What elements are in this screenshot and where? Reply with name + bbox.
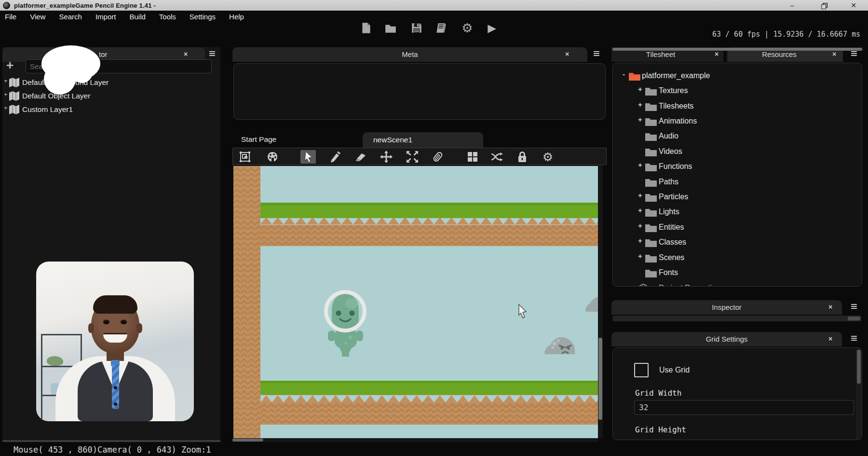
grid-settings-scroll-thumb[interactable] [857, 350, 861, 384]
tree-item-project-properties[interactable]: Project Properties [613, 282, 862, 287]
grid-settings-scrollbar[interactable] [856, 349, 862, 440]
menu-bar: File View Search Import Build Tools Sett… [0, 11, 868, 22]
tree-label: Videos [659, 147, 682, 156]
meta-panel-menu-icon[interactable]: ≡ [593, 48, 600, 59]
menu-settings[interactable]: Settings [190, 13, 216, 21]
rock-enemy[interactable] [544, 333, 577, 356]
tree-expander[interactable]: + [638, 191, 642, 199]
grid-settings-close-icon[interactable]: × [828, 335, 832, 343]
tree-item[interactable]: + Textures [613, 85, 862, 98]
layers-panel-menu-icon[interactable]: ≡ [209, 48, 216, 59]
scene-canvas[interactable] [232, 165, 598, 438]
tree-item[interactable]: + Animations [613, 115, 862, 129]
meta-panel-content [233, 63, 606, 120]
tree-expander[interactable]: + [638, 221, 642, 230]
alien-character[interactable] [323, 289, 368, 357]
tree-item[interactable]: + Scenes [613, 252, 862, 265]
scene-horizontal-scroll-thumb[interactable] [232, 439, 263, 442]
tree-expander[interactable]: + [638, 252, 642, 260]
canvas-layers-icon[interactable] [238, 150, 252, 164]
grid-settings-panel-tab[interactable]: Grid Settings × [611, 332, 842, 346]
tile-grid-icon[interactable] [466, 150, 479, 164]
application-window: platformer_exampleGame Pencil Engine 1.4… [0, 0, 868, 456]
close-button[interactable]: ✕ [844, 0, 863, 11]
tree-item[interactable]: Audio [613, 130, 862, 144]
menu-file[interactable]: File [5, 13, 16, 21]
layer-row[interactable]: + Default Background Layer [2, 76, 220, 90]
layer-expander[interactable]: + [4, 91, 8, 98]
inspector-panel-tab[interactable]: Inspector × [611, 300, 842, 315]
menu-tools[interactable]: Tools [159, 13, 176, 21]
tree-item[interactable]: + Functions [613, 161, 862, 174]
tree-item[interactable]: + Entities [613, 221, 862, 235]
tilesheet-tab-close-icon[interactable]: × [715, 50, 719, 58]
tree-expander[interactable]: + [638, 206, 642, 214]
rock-enemy-partial[interactable] [585, 293, 598, 312]
inspector-scroll-thumb[interactable] [848, 317, 860, 320]
new-file-icon[interactable] [360, 22, 372, 34]
tree-item[interactable]: + Lights [613, 206, 862, 220]
tree-label: Particles [659, 193, 688, 201]
layer-row[interactable]: + Default Object Layer [2, 90, 220, 103]
attach-paperclip-icon[interactable] [431, 150, 445, 164]
layer-expander[interactable]: + [4, 77, 8, 84]
tree-item[interactable]: + Tilesheets [613, 100, 862, 114]
menu-search[interactable]: Search [59, 13, 82, 21]
resources-horizontal-scrollbar[interactable] [611, 47, 863, 51]
resources-tab-close-icon[interactable]: × [832, 50, 836, 58]
folder-icon [645, 86, 657, 96]
tree-expander[interactable]: + [638, 236, 642, 245]
menu-import[interactable]: Import [95, 13, 116, 21]
tree-expander[interactable]: + [638, 100, 642, 109]
move-tool-icon[interactable] [380, 150, 393, 164]
lock-icon[interactable] [515, 150, 529, 164]
tab-start-page[interactable]: Start Page [241, 135, 276, 144]
add-layer-button[interactable]: + [6, 58, 14, 73]
tree-item[interactable]: Videos [613, 146, 862, 159]
scene-vertical-scroll-thumb[interactable] [598, 338, 602, 420]
menu-help[interactable]: Help [229, 13, 244, 21]
folder-icon [645, 223, 657, 233]
grid-height-label: Grid Height [635, 425, 686, 434]
play-icon[interactable]: ▶ [486, 22, 498, 34]
shuffle-icon[interactable] [490, 150, 504, 164]
settings-gear-icon[interactable]: ⚙ [461, 22, 474, 34]
use-grid-checkbox[interactable] [634, 363, 649, 377]
tree-item[interactable]: + Particles [613, 191, 862, 205]
eraser-icon[interactable] [354, 150, 367, 164]
tree-expander[interactable]: + [638, 115, 642, 124]
grid-width-input[interactable] [634, 400, 854, 415]
meta-panel-tab[interactable]: Meta × [232, 47, 587, 62]
tree-item[interactable]: + Classes [613, 236, 862, 250]
tree-item[interactable]: Paths [613, 176, 862, 190]
inspector-close-icon[interactable]: × [828, 303, 832, 311]
select-cursor-icon[interactable] [300, 150, 316, 164]
tree-label: Textures [659, 86, 688, 95]
layers-panel-close-icon[interactable]: × [184, 50, 188, 58]
tree-item[interactable]: Fonts [613, 267, 862, 280]
menu-build[interactable]: Build [129, 13, 145, 21]
grid-settings-menu-icon[interactable]: ≡ [851, 333, 857, 344]
tab-newscene1[interactable]: newScene1 [363, 132, 483, 149]
minimize-button[interactable]: – [783, 0, 802, 11]
restore-button[interactable] [814, 0, 833, 11]
documentation-icon[interactable] [434, 22, 447, 34]
palette-icon[interactable] [266, 150, 279, 164]
layer-expander[interactable]: + [4, 104, 8, 111]
transform-scale-icon[interactable] [406, 150, 419, 164]
pencil-icon[interactable] [329, 150, 342, 164]
meta-panel-close-icon[interactable]: × [565, 50, 569, 58]
layer-row[interactable]: + Custom Layer1 [2, 103, 220, 117]
menu-view[interactable]: View [30, 13, 45, 21]
open-folder-icon[interactable] [384, 22, 397, 34]
tree-expander[interactable]: + [638, 161, 642, 169]
tree-expander[interactable]: + [638, 85, 642, 93]
scene-horizontal-scrollbar[interactable] [232, 438, 598, 442]
tree-item-project[interactable]: - platformer_example [613, 70, 862, 83]
inspector-menu-icon[interactable]: ≡ [851, 301, 857, 312]
tree-expander[interactable]: - [623, 70, 625, 78]
scene-vertical-scrollbar[interactable] [598, 165, 603, 438]
resources-scroll-thumb[interactable] [612, 48, 862, 51]
scene-settings-gear-icon[interactable]: ⚙ [541, 150, 555, 164]
save-icon[interactable] [410, 22, 423, 34]
